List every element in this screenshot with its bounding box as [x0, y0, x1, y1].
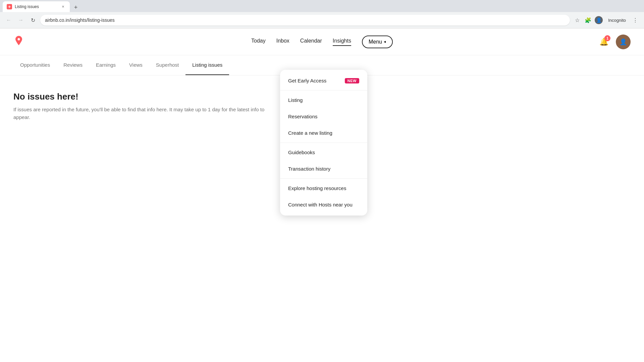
tab-title: Listing issues [15, 4, 58, 9]
guidebooks-label: Guidebooks [288, 149, 359, 155]
listing-label: Listing [288, 97, 359, 103]
create-listing-label: Create a new listing [288, 130, 359, 136]
transaction-history-label: Transaction history [288, 166, 359, 172]
airbnb-logo[interactable] [13, 35, 24, 49]
dropdown-item-early-access[interactable]: Get Early Access NEW [280, 72, 367, 89]
header-nav: Today Inbox Calendar Insights Menu ▾ [251, 36, 393, 48]
refresh-button[interactable]: ↻ [28, 15, 38, 25]
dropdown-item-guidebooks[interactable]: Guidebooks [280, 144, 367, 161]
subnav-views[interactable]: Views [122, 55, 149, 75]
user-avatar[interactable]: 👤 [616, 35, 631, 49]
early-access-label: Get Early Access [288, 78, 341, 83]
dropdown-divider-3 [280, 178, 367, 179]
toolbar-icons: ☆ 🧩 👤 Incognito ⋮ [573, 15, 640, 25]
browser-tab[interactable]: ✈ Listing issues × [3, 1, 70, 12]
dropdown-divider-2 [280, 142, 367, 143]
subnav-reviews[interactable]: Reviews [57, 55, 89, 75]
header-right: 🔔 1 👤 [597, 35, 631, 49]
forward-button[interactable]: → [16, 15, 25, 25]
hosting-resources-label: Explore hosting resources [288, 185, 359, 191]
dropdown-menu: Get Early Access NEW Listing Reservation… [280, 70, 367, 216]
tab-close-button[interactable]: × [60, 4, 66, 9]
subnav-earnings[interactable]: Earnings [89, 55, 122, 75]
menu-label: Menu [369, 39, 382, 45]
page-description: If issues are reported in the future, yo… [13, 106, 282, 121]
more-button[interactable]: ⋮ [631, 15, 640, 25]
subnav-opportunities[interactable]: Opportunities [13, 55, 57, 75]
new-badge: NEW [345, 78, 359, 83]
dropdown-item-hosting-resources[interactable]: Explore hosting resources [280, 180, 367, 196]
bookmark-button[interactable]: ☆ [573, 15, 582, 25]
nav-insights[interactable]: Insights [333, 38, 351, 46]
profile-button[interactable]: 👤 [594, 15, 603, 25]
dropdown-item-reservations[interactable]: Reservations [280, 108, 367, 125]
tab-favicon: ✈ [7, 4, 12, 9]
connect-hosts-label: Connect with Hosts near you [288, 202, 359, 207]
subnav-listing-issues[interactable]: Listing issues [185, 55, 229, 75]
address-bar-row: ← → ↻ airbnb.co.in/insights/listing-issu… [0, 12, 644, 28]
dropdown-divider-1 [280, 90, 367, 90]
incognito-button[interactable]: Incognito [605, 15, 629, 25]
dropdown-item-listing[interactable]: Listing [280, 92, 367, 108]
address-bar[interactable]: airbnb.co.in/insights/listing-issues [40, 15, 570, 25]
back-button[interactable]: ← [4, 15, 13, 25]
menu-button[interactable]: Menu ▾ [362, 36, 393, 48]
avatar-image: 👤 [620, 38, 627, 46]
reservations-label: Reservations [288, 114, 359, 119]
nav-today[interactable]: Today [251, 38, 266, 46]
extensions-button[interactable]: 🧩 [583, 15, 593, 25]
nav-inbox[interactable]: Inbox [276, 38, 289, 46]
nav-calendar[interactable]: Calendar [300, 38, 322, 46]
subnav-superhost[interactable]: Superhost [149, 55, 185, 75]
app-header: Today Inbox Calendar Insights Menu ▾ 🔔 1… [0, 28, 644, 55]
dropdown-item-connect-hosts[interactable]: Connect with Hosts near you [280, 196, 367, 213]
menu-arrow-icon: ▾ [383, 41, 387, 43]
notification-button[interactable]: 🔔 1 [597, 35, 610, 49]
new-tab-button[interactable]: + [71, 3, 80, 12]
incognito-avatar: 👤 [595, 16, 603, 24]
browser-chrome: ✈ Listing issues × + ← → ↻ airbnb.co.in/… [0, 0, 644, 28]
url-text: airbnb.co.in/insights/listing-issues [45, 17, 565, 23]
dropdown-item-transaction-history[interactable]: Transaction history [280, 161, 367, 177]
dropdown-item-create-listing[interactable]: Create a new listing [280, 125, 367, 141]
incognito-label: Incognito [608, 18, 626, 23]
tab-bar: ✈ Listing issues × + [0, 0, 644, 12]
notification-badge: 1 [604, 35, 610, 41]
